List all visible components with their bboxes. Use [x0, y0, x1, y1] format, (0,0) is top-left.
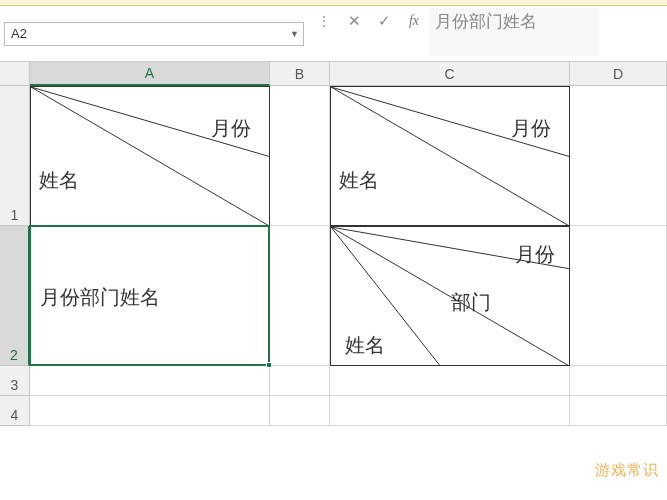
watermark: 游戏常识	[595, 461, 659, 480]
cell-c1[interactable]: 月份 姓名	[330, 86, 570, 226]
cell-c1-top-label: 月份	[511, 115, 551, 142]
cancel-button[interactable]: ✕	[339, 10, 369, 32]
cell-d4[interactable]	[570, 396, 667, 426]
dropdown-icon[interactable]: ▼	[290, 29, 299, 39]
row-header-1[interactable]: 1	[0, 86, 30, 226]
row-header-4[interactable]: 4	[0, 396, 30, 426]
svg-line-3	[331, 87, 571, 227]
cell-a2[interactable]: 月份部门姓名	[30, 226, 270, 366]
cell-b1[interactable]	[270, 86, 330, 226]
column-header-a[interactable]: A	[30, 62, 270, 86]
cell-d2[interactable]	[570, 226, 667, 366]
row-header-3[interactable]: 3	[0, 366, 30, 396]
spreadsheet-grid[interactable]: ABCD 1234 月份 姓名 月份 姓名 月份部门姓名	[0, 62, 667, 500]
column-header-d[interactable]: D	[570, 62, 667, 86]
cell-b3[interactable]	[270, 366, 330, 396]
cell-b2[interactable]	[270, 226, 330, 366]
cell-d1[interactable]	[570, 86, 667, 226]
formula-bar: A2 ▼ ⋮ ✕ ✓ fx 月份部门姓名	[0, 6, 667, 62]
cell-c2-mid-label: 部门	[451, 289, 491, 316]
cell-c2-bottom-label: 姓名	[345, 332, 385, 359]
fx-button[interactable]: fx	[399, 10, 429, 32]
cell-c3[interactable]	[330, 366, 570, 396]
cell-a1-top-label: 月份	[211, 115, 251, 142]
cell-c1-bottom-label: 姓名	[339, 167, 379, 194]
column-header-c[interactable]: C	[330, 62, 570, 86]
confirm-button[interactable]: ✓	[369, 10, 399, 32]
cell-c2[interactable]: 月份 部门 姓名	[330, 226, 570, 366]
formula-input[interactable]: 月份部门姓名	[429, 8, 599, 56]
cell-a4[interactable]	[30, 396, 270, 426]
name-box-value: A2	[11, 26, 27, 41]
column-header-b[interactable]: B	[270, 62, 330, 86]
cell-a2-text: 月份部门姓名	[40, 284, 160, 311]
name-box[interactable]: A2 ▼	[4, 22, 304, 46]
cell-a1[interactable]: 月份 姓名	[30, 86, 270, 226]
cell-c2-top-label: 月份	[515, 241, 555, 268]
row-header-2[interactable]: 2	[0, 226, 30, 366]
expand-icon[interactable]: ⋮	[308, 10, 338, 32]
svg-line-1	[31, 87, 271, 227]
select-all-corner[interactable]	[0, 62, 30, 86]
cell-c4[interactable]	[330, 396, 570, 426]
cell-a1-bottom-label: 姓名	[39, 167, 79, 194]
cell-a3[interactable]	[30, 366, 270, 396]
cell-d3[interactable]	[570, 366, 667, 396]
cell-b4[interactable]	[270, 396, 330, 426]
